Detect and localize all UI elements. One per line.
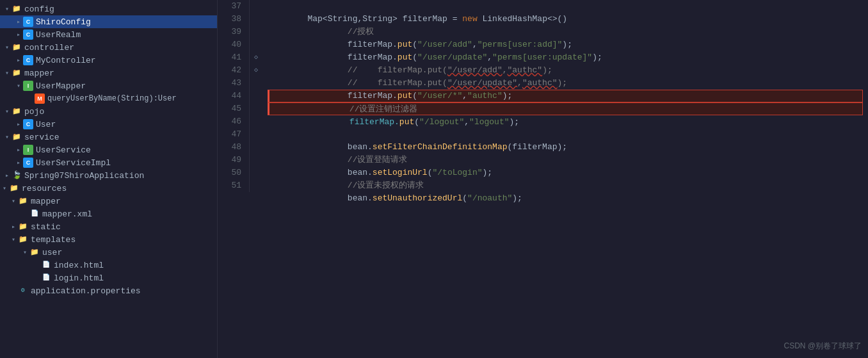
line-num: 43 xyxy=(223,77,244,90)
class-icon xyxy=(23,29,33,40)
sidebar-item-label: mapper xyxy=(31,197,61,206)
gutter-cell xyxy=(250,77,262,90)
sidebar-item-mapper-res[interactable]: mapper xyxy=(0,195,217,207)
arrow-icon xyxy=(3,5,12,13)
line-num: 45 xyxy=(223,102,244,115)
sidebar-item-label: login.html xyxy=(54,273,104,283)
gutter-cell xyxy=(250,38,262,51)
sidebar-item-service[interactable]: service xyxy=(0,131,217,143)
class-icon xyxy=(23,158,33,168)
line-num: 42 xyxy=(223,64,244,77)
gutter-cell xyxy=(250,154,262,167)
sidebar-item-templates[interactable]: templates xyxy=(0,233,217,246)
sidebar-item-index-html[interactable]: index.html xyxy=(0,259,217,272)
sidebar-item-label: templates xyxy=(31,235,76,245)
line-num: 44 xyxy=(223,90,244,102)
line-num: 39 xyxy=(223,26,244,38)
arrow-icon xyxy=(14,18,23,26)
sidebar-item-mycontroller[interactable]: MyController xyxy=(0,54,217,67)
sidebar-item-userrealm[interactable]: UserRealm xyxy=(0,28,217,41)
folder-icon xyxy=(12,68,22,78)
sidebar-item-userserviceimpl[interactable]: UserServiceImpl xyxy=(0,156,217,169)
gutter-cell xyxy=(250,102,262,115)
arrow-icon xyxy=(14,159,23,167)
folder-icon xyxy=(12,132,22,142)
watermark: CSDN @别卷了球球了 xyxy=(784,341,862,352)
arrow-icon xyxy=(14,31,23,38)
line-num: 49 xyxy=(223,154,244,167)
xml-icon xyxy=(29,209,40,219)
sidebar-item-label: mapper.xml xyxy=(42,209,92,219)
folder-icon xyxy=(9,183,19,193)
html-icon xyxy=(41,260,51,270)
gutter-cell: ◇ xyxy=(250,64,262,77)
arrow-icon xyxy=(9,197,18,205)
class-icon xyxy=(23,55,33,65)
arrow-icon xyxy=(14,56,23,64)
sidebar-item-label: UserMapper xyxy=(36,81,86,91)
sidebar-item-label: UserServiceImpl xyxy=(36,158,111,168)
folder-icon xyxy=(18,222,28,232)
sidebar-item-label: UserRealm xyxy=(36,30,81,40)
sidebar-item-resources[interactable]: resources xyxy=(0,182,217,195)
sidebar-item-label: pojo xyxy=(24,107,44,117)
line-num: 38 xyxy=(223,13,244,26)
file-tree[interactable]: config ShiroConfig UserRealm controller … xyxy=(0,0,218,358)
sidebar-item-pojo[interactable]: pojo xyxy=(0,105,217,118)
sidebar-item-label: index.html xyxy=(54,261,104,270)
sidebar-item-login-html[interactable]: login.html xyxy=(0,272,217,284)
line-num: 50 xyxy=(223,167,244,179)
arrow-icon xyxy=(3,108,12,115)
gutter: ◇ ◇ xyxy=(250,0,262,192)
method-icon xyxy=(35,94,45,104)
sidebar-item-mapper-xml[interactable]: mapper.xml xyxy=(0,207,217,220)
gutter-cell xyxy=(250,141,262,154)
line-num: 40 xyxy=(223,38,244,51)
sidebar-item-static[interactable]: static xyxy=(0,220,217,233)
sidebar-item-label: ShiroConfig xyxy=(36,17,91,27)
sidebar-item-application-props[interactable]: application.properties xyxy=(0,284,217,297)
sidebar-item-usermapper[interactable]: UserMapper xyxy=(0,79,217,92)
props-icon xyxy=(18,286,28,296)
gutter-cell xyxy=(250,26,262,38)
sidebar-item-label: Spring07ShiroApplication xyxy=(24,171,144,181)
code-content[interactable]: Map<String,String> filterMap = new Linke… xyxy=(262,0,868,192)
sidebar-item-shiroconfig[interactable]: ShiroConfig xyxy=(0,15,217,28)
arrow-icon xyxy=(3,133,12,141)
sidebar-item-label: MyController xyxy=(36,56,96,65)
sidebar-item-userservice[interactable]: UserService xyxy=(0,143,217,156)
sidebar-item-user[interactable]: User xyxy=(0,118,217,131)
code-editor[interactable]: 37 38 39 40 41 42 43 44 45 46 47 48 49 5… xyxy=(218,0,868,358)
arrow-icon xyxy=(14,82,23,90)
sidebar-item-config[interactable]: config xyxy=(0,3,217,15)
arrow-icon xyxy=(3,44,12,51)
gutter-cell xyxy=(250,13,262,26)
folder-icon xyxy=(18,234,28,245)
line-num: 51 xyxy=(223,179,244,192)
code-line: bean.setFilterChainDefinitionMap(filterM… xyxy=(268,128,863,141)
gutter-cell: ◇ xyxy=(250,51,262,64)
folder-icon xyxy=(29,247,40,257)
class-icon xyxy=(23,17,33,27)
code-line: Map<String,String> filterMap = new Linke… xyxy=(268,0,863,13)
line-num: 47 xyxy=(223,128,244,141)
class-icon xyxy=(23,119,33,129)
sidebar-item-controller[interactable]: controller xyxy=(0,41,217,54)
line-num: 37 xyxy=(223,0,244,13)
sidebar-item-spring-app[interactable]: Spring07ShiroApplication xyxy=(0,169,217,182)
arrow-icon xyxy=(3,69,12,77)
sidebar-item-user-folder[interactable]: user xyxy=(0,246,217,259)
arrow-icon xyxy=(9,223,18,231)
sidebar-item-label: User xyxy=(36,120,56,129)
arrow-icon xyxy=(20,248,29,256)
arrow-icon xyxy=(3,172,12,179)
gutter-cell xyxy=(250,0,262,13)
sidebar-item-queryuserbyname[interactable]: queryUserByName(String):User xyxy=(0,92,217,105)
arrow-icon xyxy=(0,184,9,192)
interface-icon xyxy=(23,145,33,155)
sidebar-item-label: static xyxy=(31,222,61,232)
sidebar-item-label: queryUserByName(String):User xyxy=(47,94,177,103)
spring-icon xyxy=(12,170,22,181)
sidebar-item-mapper[interactable]: mapper xyxy=(0,67,217,79)
sidebar-item-label: mapper xyxy=(24,69,54,78)
